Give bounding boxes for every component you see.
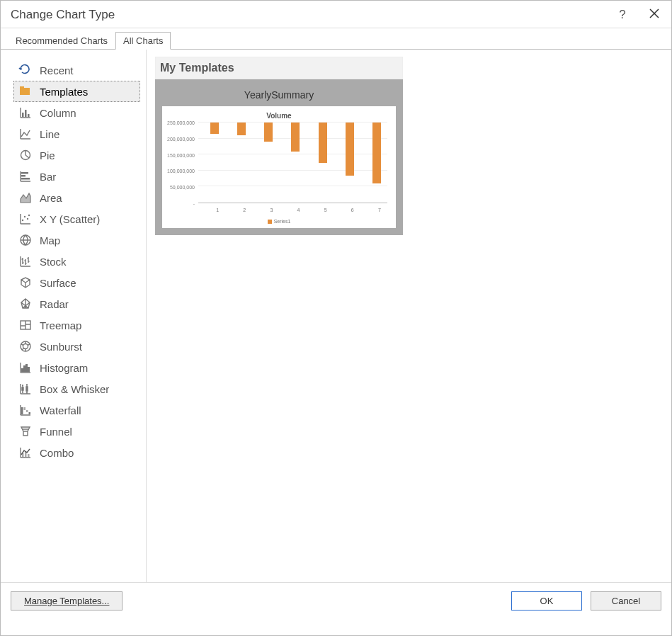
svg-point-10 (24, 216, 25, 217)
sidebar-item-line[interactable]: Line (13, 123, 140, 144)
sidebar-item-label: Pie (40, 149, 55, 161)
y-tick-label: 50,000,000 (170, 185, 195, 190)
sidebar-item-label: Waterfall (40, 404, 81, 416)
svg-rect-6 (21, 172, 28, 174)
chart-legend: Series1 (166, 215, 392, 224)
column-icon (18, 106, 33, 120)
sidebar-item-surface[interactable]: Surface (13, 272, 140, 293)
sidebar-item-scatter[interactable]: X Y (Scatter) (13, 208, 140, 229)
combo-icon (18, 445, 33, 460)
sidebar-item-combo[interactable]: Combo (13, 442, 140, 463)
x-tick-label: 3 (270, 208, 273, 212)
surface-icon (18, 276, 33, 290)
sidebar-item-sunburst[interactable]: Sunburst (13, 336, 140, 357)
help-icon[interactable]: ? (616, 8, 629, 22)
dialog-footer: Manage Templates... OK Cancel (1, 582, 671, 619)
y-tick-label: - (193, 201, 195, 206)
waterfall-icon (18, 403, 33, 417)
dialog-title: Change Chart Type (11, 8, 115, 22)
sidebar-item-pie[interactable]: Pie (13, 144, 140, 166)
svg-rect-2 (22, 113, 24, 117)
svg-rect-19 (25, 364, 28, 372)
x-tick-label: 4 (297, 208, 300, 212)
template-thumbnail[interactable]: YearlySummary Volume -50,000,000100,000,… (155, 79, 403, 235)
sidebar-item-funnel[interactable]: Funnel (13, 421, 140, 442)
y-tick-label: 250,000,000 (167, 120, 195, 125)
close-icon[interactable] (649, 8, 661, 22)
titlebar: Change Chart Type ? (1, 1, 671, 28)
sidebar-item-label: Treemap (40, 319, 81, 331)
sidebar-item-histogram[interactable]: Histogram (13, 357, 140, 378)
sidebar-item-label: Funnel (40, 426, 72, 438)
sidebar-item-label: Stock (40, 256, 67, 268)
svg-rect-21 (21, 407, 23, 414)
svg-rect-1 (20, 86, 24, 89)
cancel-button[interactable]: Cancel (591, 591, 661, 611)
svg-point-12 (28, 215, 30, 216)
histogram-icon (18, 360, 33, 375)
chart-bar: 1 (205, 123, 219, 203)
scatter-icon (18, 212, 33, 226)
sidebar-item-boxwhisker[interactable]: Box & Whisker (13, 378, 140, 399)
line-icon (18, 127, 33, 141)
stock-icon (18, 254, 33, 268)
sidebar-item-bar[interactable]: Bar (13, 166, 140, 187)
sidebar-item-waterfall[interactable]: Waterfall (13, 399, 140, 421)
sidebar-item-stock[interactable]: Stock (13, 251, 140, 272)
sidebar-item-label: Radar (40, 298, 69, 310)
sidebar-item-recent[interactable]: Recent (13, 59, 140, 81)
x-tick-label: 6 (351, 208, 354, 212)
chart-bar: 3 (258, 123, 273, 203)
radar-icon (18, 297, 33, 311)
svg-rect-22 (24, 407, 26, 410)
section-header: My Templates (155, 57, 403, 79)
svg-point-9 (22, 220, 23, 221)
tab-all-charts[interactable]: All Charts (115, 32, 171, 50)
svg-rect-18 (23, 365, 25, 372)
x-tick-label: 5 (324, 208, 327, 212)
sidebar-item-column[interactable]: Column (13, 102, 140, 123)
chart-title: Volume (166, 112, 392, 123)
sidebar-item-area[interactable]: Area (13, 187, 140, 208)
ok-button[interactable]: OK (511, 591, 582, 611)
chart-type-list: RecentTemplatesColumnLinePieBarAreaX Y (… (1, 50, 147, 582)
sidebar-item-label: Histogram (40, 362, 88, 374)
pie-icon (18, 148, 33, 162)
sidebar-item-label: Combo (40, 447, 74, 459)
manage-templates-button[interactable]: Manage Templates... (11, 591, 123, 611)
sidebar-item-templates[interactable]: Templates (13, 81, 140, 102)
chart-preview: Volume -50,000,000100,000,000150,000,000… (162, 106, 396, 228)
sunburst-icon (18, 339, 33, 353)
area-icon (18, 191, 33, 205)
sidebar-item-label: Templates (40, 86, 88, 98)
sidebar-item-label: Area (40, 192, 62, 204)
sidebar-item-label: Surface (40, 277, 76, 289)
sidebar-item-label: Map (40, 234, 60, 246)
svg-rect-4 (28, 114, 30, 117)
chart-bar: 6 (340, 123, 354, 203)
funnel-icon (18, 424, 33, 438)
template-name: YearlySummary (162, 86, 396, 106)
sidebar-item-label: Bar (40, 171, 56, 183)
sidebar-item-treemap[interactable]: Treemap (13, 314, 140, 336)
x-tick-label: 7 (378, 208, 381, 212)
sidebar-item-map[interactable]: Map (13, 229, 140, 251)
legend-swatch-icon (268, 220, 272, 224)
sidebar-item-label: X Y (Scatter) (40, 213, 100, 225)
y-tick-label: 100,000,000 (167, 169, 195, 174)
content-panel: My Templates YearlySummary Volume -50,00… (147, 50, 671, 582)
bar-icon (18, 169, 33, 183)
sidebar-item-label: Sunburst (40, 341, 82, 353)
svg-rect-23 (26, 410, 28, 412)
tab-recommended-charts[interactable]: Recommended Charts (8, 32, 115, 50)
boxwhisker-icon (18, 382, 33, 396)
svg-rect-17 (21, 368, 23, 372)
chart-bar: 5 (313, 123, 327, 203)
chart-bar: 2 (232, 123, 246, 203)
svg-rect-27 (28, 454, 30, 457)
svg-rect-20 (28, 367, 30, 372)
sidebar-item-label: Column (40, 107, 76, 119)
sidebar-item-radar[interactable]: Radar (13, 293, 140, 314)
templates-icon (18, 84, 33, 98)
svg-rect-0 (20, 88, 30, 95)
